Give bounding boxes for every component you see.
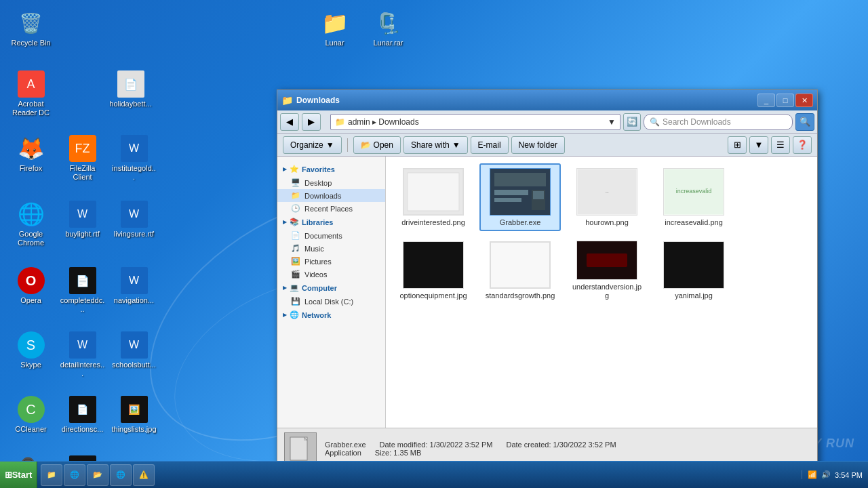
- opera-icon: O: [18, 267, 45, 294]
- status-file-icon: [284, 432, 317, 465]
- recent-places-label: Recent Places: [304, 205, 353, 213]
- taskbar-item-folder[interactable]: 📂: [87, 464, 108, 486]
- yanimal-thumbnail: [664, 242, 724, 288]
- nav-item-videos[interactable]: 🎬 Videos: [277, 268, 385, 281]
- libraries-icon: 📚: [290, 218, 299, 226]
- taskbar-item-ie[interactable]: 🌐: [64, 464, 85, 486]
- desktop-icon-firefox[interactable]: 🦊 Firefox: [5, 132, 56, 176]
- nav-item-downloads[interactable]: 📁 Downloads: [277, 189, 385, 202]
- details-view-button[interactable]: ☰: [771, 136, 790, 154]
- documents-icon: 📄: [291, 231, 300, 240]
- file-item-driveinterested[interactable]: driveinterested.png: [393, 163, 474, 231]
- desktop-icon-holidaybett[interactable]: 📄 holidaybett...: [105, 68, 156, 111]
- desktop-icon-lunar[interactable]: 📁 Lunar: [309, 7, 360, 50]
- pictures-label: Pictures: [304, 258, 332, 266]
- file-item-optionequipment[interactable]: optionequipment.jpg: [393, 237, 474, 304]
- desktop-icon-opera[interactable]: O Opera: [5, 264, 56, 308]
- nav-item-music[interactable]: 🎵 Music: [277, 242, 385, 255]
- open-button[interactable]: 📂 Open: [353, 136, 401, 154]
- file-grid: driveinterested.png: [386, 157, 817, 428]
- desktop-icon-navigation[interactable]: W navigation...: [108, 264, 159, 308]
- network-section[interactable]: ▸ 🌐 Network: [277, 308, 385, 322]
- file-item-grabber-exe[interactable]: Grabber.exe: [479, 163, 561, 231]
- ccleaner-icon: C: [18, 396, 45, 423]
- desktop-icon-chrome[interactable]: 🌐 Google Chrome: [5, 198, 56, 250]
- network-expand-icon: ▸: [283, 310, 287, 319]
- address-field[interactable]: 📁 admin ▸ Downloads ▼: [330, 114, 620, 130]
- taskbar-folder-icon: 📂: [93, 470, 102, 479]
- taskbar-item-chrome[interactable]: 🌐: [110, 464, 132, 486]
- start-button[interactable]: ⊞ Start: [0, 462, 37, 489]
- desktop-icon-detailinteres[interactable]: W detailinteres...: [57, 329, 108, 381]
- local-disk-label: Local Disk (C:): [304, 298, 353, 306]
- taskbar: ⊞ Start 📁 🌐 📂 🌐 ⚠️ 📶 🔊 3:54: [0, 461, 868, 488]
- tray-network-icon: 📶: [808, 470, 817, 479]
- file-item-yanimal[interactable]: yanimal.jpg: [653, 237, 734, 304]
- desktop-icon-directionsc[interactable]: 📄 directionsc...: [57, 393, 108, 436]
- file-item-standardsgrowth[interactable]: standardsgrowth.png: [479, 237, 561, 304]
- desktop-icon-institutegold[interactable]: W institutegold...: [108, 132, 159, 184]
- file-item-increasevalid[interactable]: increasevalid increasevalid.png: [653, 163, 734, 231]
- organize-button[interactable]: Organize ▼: [283, 136, 342, 154]
- desktop-icon-completeddc[interactable]: 📄 completeddc...: [57, 264, 108, 317]
- desktop-icon-livingsure[interactable]: W livingsure.rtf: [108, 198, 159, 241]
- nav-item-pictures[interactable]: 🖼️ Pictures: [277, 255, 385, 268]
- view-button[interactable]: ⊞: [728, 136, 747, 154]
- file-thumb-standardsgrowth: [490, 241, 551, 289]
- refresh-button[interactable]: 🔄: [623, 113, 641, 131]
- computer-section[interactable]: ▸ 💻 Computer: [277, 281, 385, 295]
- taskbar-explorer-icon: 📁: [47, 470, 56, 479]
- forward-button[interactable]: ▶: [302, 113, 321, 131]
- navigation-label: navigation...: [111, 296, 157, 305]
- taskbar-item-warning[interactable]: ⚠️: [133, 464, 155, 486]
- desktop: 🗑️ Recycle Bin A Acrobat Reader DC 📄 hol…: [0, 0, 868, 488]
- minimize-button[interactable]: _: [757, 94, 775, 107]
- desktop-icon-skype[interactable]: S Skype: [5, 329, 56, 372]
- email-button[interactable]: E-mail: [471, 136, 509, 154]
- desktop-icon-buylight[interactable]: W buylight.rtf: [57, 198, 108, 241]
- close-button[interactable]: ✕: [795, 94, 813, 107]
- desktop-icon-filezilla[interactable]: FZ FileZilla Client: [57, 132, 108, 184]
- maximize-button[interactable]: □: [776, 94, 794, 107]
- status-size: Size: 1.35 MB: [375, 449, 421, 457]
- search-go-button[interactable]: 🔍: [795, 113, 814, 131]
- file-name-increasevalid: increasevalid.png: [665, 218, 723, 227]
- desktop-icon-ccleaner[interactable]: C CCleaner: [5, 393, 56, 436]
- recycle-bin-label: Recycle Bin: [8, 39, 54, 47]
- new-folder-button[interactable]: New folder: [511, 136, 565, 154]
- nav-item-local-disk[interactable]: 💾 Local Disk (C:): [277, 295, 385, 308]
- desktop-icon-schoolsbutt[interactable]: W schoolsbutt...: [108, 329, 159, 372]
- favorites-section[interactable]: ▸ ⭐ Favorites: [277, 162, 385, 176]
- thingslists-icon: 🖼️: [121, 396, 148, 423]
- desktop-icon-thingslists[interactable]: 🖼️ thingslists.jpg: [108, 393, 159, 436]
- documents-label: Documents: [304, 232, 342, 240]
- share-with-button[interactable]: Share with ▼: [403, 136, 468, 154]
- nav-item-desktop[interactable]: 🖥️ Desktop: [277, 176, 385, 189]
- back-button[interactable]: ◀: [280, 113, 299, 131]
- acrobat-icon: A: [18, 70, 45, 98]
- search-box[interactable]: 🔍 Search Downloads: [644, 114, 793, 130]
- status-date-modified: Date modified: 1/30/2022 3:52 PM: [380, 441, 493, 449]
- pictures-icon: 🖼️: [291, 257, 300, 266]
- desktop-icon-recycle-bin[interactable]: 🗑️ Recycle Bin: [5, 7, 56, 50]
- recycle-bin-icon: 🗑️: [18, 9, 45, 37]
- desktop-icons-area: 🗑️ Recycle Bin A Acrobat Reader DC 📄 hol…: [0, 0, 271, 461]
- taskbar-item-explorer[interactable]: 📁: [41, 464, 62, 486]
- help-button[interactable]: ❓: [793, 136, 812, 154]
- desktop-icon-acrobat[interactable]: A Acrobat Reader DC: [5, 68, 56, 120]
- address-dropdown-icon[interactable]: ▼: [608, 117, 616, 127]
- file-item-understandversion[interactable]: understandversion.jpg: [566, 237, 648, 304]
- firefox-label: Firefox: [8, 164, 54, 173]
- libraries-section[interactable]: ▸ 📚 Libraries: [277, 215, 385, 229]
- nav-item-documents[interactable]: 📄 Documents: [277, 229, 385, 242]
- file-thumb-optionequipment: [403, 241, 464, 289]
- nav-item-recent-places[interactable]: 🕒 Recent Places: [277, 202, 385, 215]
- desktop-label: Desktop: [304, 179, 332, 187]
- view-dropdown-button[interactable]: ▼: [749, 136, 768, 154]
- desktop-icon-lunar-rar[interactable]: 🗜️ Lunar.rar: [363, 7, 414, 50]
- chrome-icon: 🌐: [18, 201, 45, 228]
- file-thumb-understandversion: [576, 241, 637, 280]
- svg-rect-7: [533, 191, 544, 199]
- libraries-expand-icon: ▸: [283, 218, 287, 226]
- file-item-hourown[interactable]: ~ hourown.png: [566, 163, 648, 231]
